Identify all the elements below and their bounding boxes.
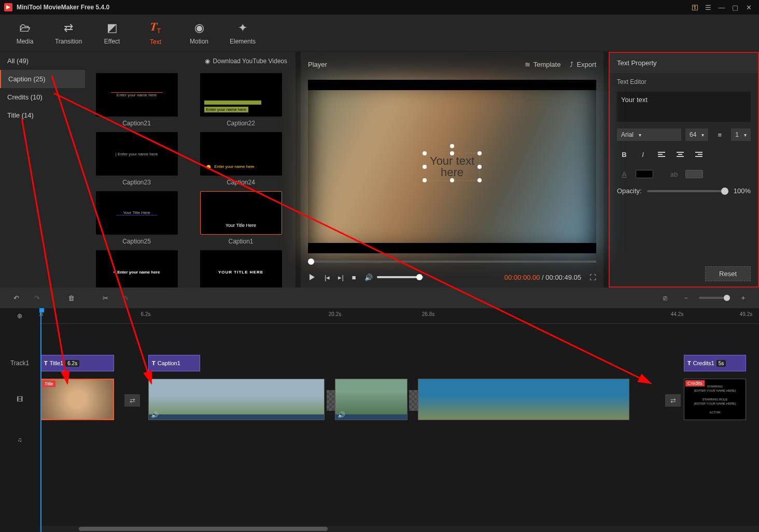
ruler-tick: 26.8s [422, 311, 434, 317]
speaker-icon: 🔊 [151, 411, 159, 419]
thumb-caption: Caption1 [228, 238, 253, 245]
timeline-scrollbar[interactable] [39, 526, 759, 532]
tab-text[interactable]: 𝑻T Text [137, 17, 174, 49]
reset-button[interactable]: Reset [705, 266, 751, 281]
zoom-in-button[interactable]: ＋ [734, 290, 752, 306]
tab-elements[interactable]: ✦ Elements [224, 17, 261, 49]
template-label: Template [533, 61, 561, 68]
bold-button[interactable]: B [617, 148, 631, 161]
video-clip[interactable]: Title [40, 379, 114, 420]
align-right-button[interactable] [692, 148, 706, 161]
transition-icon: ⇄ [64, 21, 73, 35]
player-label: Player [308, 61, 327, 68]
overlay-text-editor[interactable]: Your texthere [424, 153, 480, 181]
category-credits[interactable]: Credits (10) [0, 88, 85, 106]
video-track[interactable]: Title ⇄ 🔊 🔊 [39, 375, 759, 424]
layers-icon: ≋ [525, 61, 530, 68]
transition-marker[interactable]: ⇄ [665, 394, 681, 407]
minimize-button[interactable]: — [715, 1, 728, 13]
volume-slider[interactable] [377, 276, 424, 278]
text-clip[interactable]: TCredits15s [684, 355, 746, 371]
library-item[interactable]: Enter your name here Caption21 [88, 73, 185, 127]
seek-bar[interactable] [308, 256, 596, 267]
video-clip[interactable] [418, 379, 629, 420]
spacing-dropdown[interactable]: 1 [731, 128, 751, 141]
tab-media[interactable]: 🗁 Media [6, 17, 44, 49]
library-item[interactable]: ›› Enter your name here [88, 250, 185, 287]
category-all[interactable]: All (49) [0, 52, 85, 70]
text-color-swatch[interactable] [636, 170, 653, 178]
redo-button[interactable]: ↷ [28, 290, 46, 306]
play-button[interactable] [308, 273, 316, 281]
zoom-slider[interactable] [699, 297, 730, 299]
music-track[interactable] [39, 424, 759, 455]
music-track-icon: ♫ [0, 424, 39, 455]
fit-button[interactable]: ⎚ [656, 290, 674, 306]
tab-transition[interactable]: ⇄ Transition [50, 17, 87, 49]
thumb-text: Your Title Here [226, 223, 256, 228]
crop-button[interactable]: ✎ [117, 290, 135, 306]
main-toolbar: 🗁 Media ⇄ Transition ◩ Effect 𝑻T Text ◉ … [0, 15, 759, 52]
library-item[interactable]: ☻Enter your name here Caption24 [192, 132, 289, 186]
text-clip[interactable]: TTitle16.2s [40, 355, 114, 371]
playhead[interactable] [40, 308, 41, 532]
fontsize-dropdown[interactable]: 64 [685, 128, 708, 141]
titlebar: MiniTool MovieMaker Free 5.4.0 ⚿ ☰ — ▢ ✕ [0, 0, 759, 15]
next-frame-button[interactable]: ▸| [338, 274, 343, 281]
library-item[interactable]: YOUR TITLE HERE [192, 250, 289, 287]
svg-rect-9 [698, 154, 702, 155]
library-item[interactable]: Your Title Here Caption25 [88, 191, 185, 245]
ruler-tick: 44.2s [671, 311, 683, 317]
svg-rect-10 [695, 156, 702, 157]
library-item[interactable]: | Enter your name here Caption23 [88, 132, 185, 186]
stop-button[interactable]: ■ [352, 274, 356, 281]
library-item[interactable]: Your Title Here Caption1 [192, 191, 289, 245]
menu-icon[interactable]: ☰ [702, 1, 714, 13]
align-center-button[interactable] [673, 148, 687, 161]
fullscreen-button[interactable]: ⛶ [589, 274, 596, 281]
video-clip[interactable]: 🔊 [148, 379, 325, 420]
delete-button[interactable]: 🗑 [62, 290, 80, 306]
tab-label: Text [150, 38, 161, 46]
template-button[interactable]: ≋Template [525, 61, 561, 68]
library-item[interactable]: Enter your name here Caption22 [192, 73, 289, 127]
undo-button[interactable]: ↶ [7, 290, 25, 306]
tab-effect[interactable]: ◩ Effect [93, 17, 131, 49]
text-input[interactable] [617, 92, 751, 122]
transition-marker[interactable]: ⇄ [124, 394, 140, 407]
premium-key-icon[interactable]: ⚿ [688, 1, 701, 13]
library-grid: Enter your name here Caption21 Enter you… [85, 70, 292, 287]
text-clip[interactable]: TCaption1 [148, 355, 200, 371]
tab-motion[interactable]: ◉ Motion [180, 17, 218, 49]
maximize-button[interactable]: ▢ [729, 1, 741, 13]
timeline-ruler[interactable]: 0s 6.2s 20.2s 26.8s 44.2s 49.2s [39, 308, 759, 324]
category-caption[interactable]: Caption (25) [0, 70, 85, 88]
text-color-button[interactable]: A [617, 167, 631, 181]
svg-rect-6 [678, 154, 682, 155]
highlight-swatch[interactable] [685, 170, 703, 178]
add-track-button[interactable]: ⊕ [0, 308, 39, 324]
category-title[interactable]: Title (14) [0, 106, 85, 124]
italic-button[interactable]: I [636, 148, 650, 161]
volume-icon[interactable]: 🔊 [364, 274, 373, 281]
download-youtube-link[interactable]: Download YouTube Videos [213, 57, 287, 65]
export-button[interactable]: ⤴Export [570, 61, 596, 68]
zoom-out-button[interactable]: － [677, 290, 695, 306]
tab-label: Transition [55, 38, 82, 45]
video-clip[interactable]: Credits STARRING[ENTER YOUR NAME HERE]ST… [684, 379, 746, 420]
close-button[interactable]: ✕ [742, 1, 755, 13]
highlight-color-button[interactable]: ab [667, 167, 681, 181]
thumb-text: Enter your name here [204, 107, 248, 112]
split-button[interactable]: ✂ [96, 290, 114, 306]
opacity-value: 100% [734, 187, 751, 195]
opacity-slider[interactable] [647, 190, 728, 192]
font-dropdown[interactable]: Arial [617, 128, 681, 141]
youtube-icon: ◉ [205, 57, 210, 65]
text-track[interactable]: TTitle16.2s TCaption1 TCredits15s [39, 352, 759, 375]
player-preview[interactable]: Your texthere [308, 80, 596, 253]
line-spacing-icon[interactable]: ≡ [712, 128, 727, 141]
overlay-text[interactable]: Your texthere [430, 155, 474, 178]
video-clip[interactable]: 🔊 [335, 379, 407, 420]
prev-frame-button[interactable]: |◂ [325, 274, 330, 281]
align-left-button[interactable] [654, 148, 669, 161]
